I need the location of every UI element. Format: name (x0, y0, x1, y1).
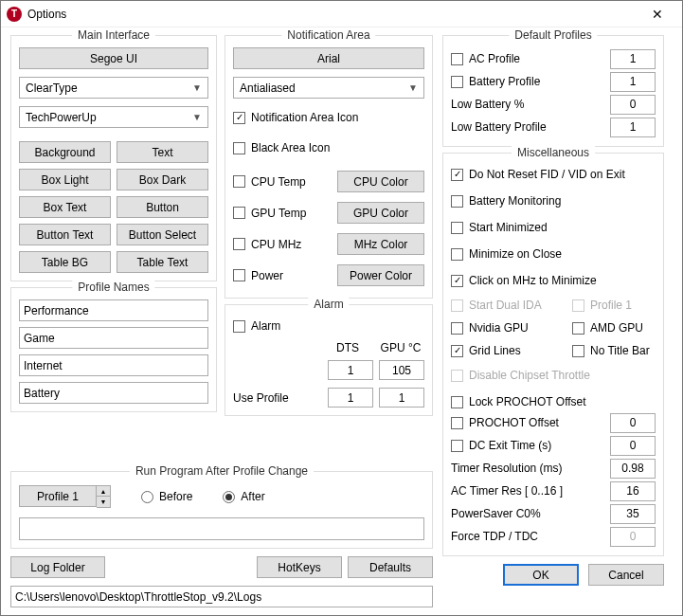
background-button[interactable]: Background (19, 141, 111, 163)
aa-select-value: Antialiased (240, 82, 296, 95)
dual-ida-checkbox: Start Dual IDA (451, 296, 566, 315)
render-select[interactable]: ClearType ▼ (19, 77, 208, 99)
button-select-button[interactable]: Button Select (117, 224, 208, 245)
alarm-checkbox[interactable]: Alarm (233, 317, 424, 335)
dts-label: DTS (324, 341, 371, 354)
misc-legend: Miscellaneous (512, 146, 595, 159)
log-path-input[interactable]: C:\Users\lenovo\Desktop\ThrottleStop_v9.… (10, 586, 433, 607)
gpu-color-button[interactable]: GPU Color (337, 202, 424, 224)
power-checkbox[interactable]: Power (233, 266, 332, 285)
notification-legend: Notification Area (281, 28, 375, 42)
battery-monitoring-checkbox[interactable]: Battery Monitoring (451, 191, 656, 210)
titlebar: T Options ✕ (1, 1, 682, 27)
before-radio[interactable]: Before (141, 490, 192, 503)
cpu-temp-checkbox[interactable]: CPU Temp (233, 172, 332, 191)
profile-spinner[interactable]: Profile 1 ▲▼ (19, 485, 111, 508)
notif-icon-checkbox[interactable]: ✓Notification Area Icon (233, 108, 424, 127)
button-text-button[interactable]: Button Text (19, 224, 111, 245)
dts-input[interactable]: 1 (328, 360, 373, 380)
nvidia-checkbox[interactable]: Nvidia GPU (451, 318, 566, 337)
chevron-down-icon: ▼ (192, 82, 202, 93)
low-battery-profile-label: Low Battery Profile (451, 120, 547, 134)
spinner-down-icon[interactable]: ▼ (97, 497, 110, 507)
gpuc-label: GPU °C (377, 341, 424, 354)
click-mhz-checkbox[interactable]: ✓Click on MHz to Minimize (451, 271, 656, 290)
box-dark-button[interactable]: Box Dark (117, 169, 208, 190)
cancel-button[interactable]: Cancel (588, 564, 664, 586)
main-interface-group: Main Interface Segoe UI ClearType ▼ Tech… (10, 35, 217, 281)
start-minimized-checkbox[interactable]: Start Minimized (451, 218, 656, 237)
profile-2-input[interactable]: Game (19, 327, 208, 349)
font-button[interactable]: Segoe UI (19, 47, 208, 69)
no-titlebar-checkbox[interactable]: No Title Bar (572, 341, 656, 360)
low-battery-profile-input[interactable]: 1 (610, 118, 656, 137)
no-reset-checkbox[interactable]: ✓Do Not Reset FID / VID on Exit (451, 165, 656, 184)
use-profile-2-input[interactable]: 1 (379, 388, 424, 408)
chevron-down-icon: ▼ (192, 112, 202, 122)
cpu-mhz-checkbox[interactable]: CPU MHz (233, 235, 332, 254)
force-tdp-input: 0 (610, 527, 656, 547)
run-program-group: Run Program After Profile Change Profile… (10, 471, 433, 549)
power-color-button[interactable]: Power Color (337, 264, 424, 286)
minimize-close-checkbox[interactable]: Minimize on Close (451, 245, 656, 263)
default-profiles-legend: Default Profiles (509, 28, 597, 42)
ac-profile-input[interactable]: 1 (610, 49, 656, 69)
profile-names-group: Profile Names Performance Game Internet … (10, 287, 217, 412)
misc-group: Miscellaneous ✓Do Not Reset FID / VID on… (442, 153, 664, 556)
main-interface-legend: Main Interface (72, 28, 155, 42)
after-radio[interactable]: After (223, 490, 264, 503)
timer-res-input[interactable]: 0.98 (610, 459, 656, 479)
prochot-offset-checkbox[interactable]: PROCHOT Offset (451, 413, 559, 432)
dc-exit-input[interactable]: 0 (610, 436, 656, 456)
black-area-checkbox[interactable]: Black Area Icon (233, 138, 424, 157)
powersaver-input[interactable]: 35 (610, 504, 656, 524)
chipset-throttle-checkbox: Disable Chipset Throttle (451, 366, 656, 385)
notif-font-button[interactable]: Arial (233, 47, 424, 69)
low-battery-pct-input[interactable]: 0 (610, 95, 656, 115)
cpu-color-button[interactable]: CPU Color (337, 171, 424, 192)
battery-profile-input[interactable]: 1 (610, 72, 656, 92)
box-light-button[interactable]: Box Light (19, 169, 111, 190)
gpu-temp-checkbox[interactable]: GPU Temp (233, 204, 332, 223)
gpuc-input[interactable]: 105 (379, 360, 424, 380)
table-bg-button[interactable]: Table BG (19, 251, 111, 273)
profile-spinner-label: Profile 1 (19, 485, 97, 507)
run-path-input[interactable] (19, 517, 424, 540)
prochot-offset-input[interactable]: 0 (610, 413, 656, 433)
close-icon[interactable]: ✕ (638, 7, 676, 22)
mhz-color-button[interactable]: MHz Color (337, 233, 424, 255)
dc-exit-checkbox[interactable]: DC Exit Time (s) (451, 436, 551, 455)
use-profile-1-input[interactable]: 1 (328, 388, 373, 408)
amd-checkbox[interactable]: AMD GPU (572, 318, 656, 337)
app-icon: T (7, 7, 22, 22)
ac-timer-input[interactable]: 16 (610, 481, 656, 501)
text-button[interactable]: Text (117, 141, 208, 163)
notification-group: Notification Area Arial Antialiased ▼ ✓N… (225, 35, 433, 299)
profile-1-input[interactable]: Performance (19, 299, 208, 321)
hotkeys-button[interactable]: HotKeys (257, 556, 342, 578)
low-battery-pct-label: Low Battery % (451, 98, 524, 111)
defaults-button[interactable]: Defaults (348, 556, 433, 578)
timer-res-label: Timer Resolution (ms) (451, 462, 563, 475)
profile-3-input[interactable]: Internet (19, 354, 208, 376)
table-text-button[interactable]: Table Text (117, 251, 208, 273)
powersaver-label: PowerSaver C0% (451, 507, 541, 520)
battery-profile-checkbox[interactable]: Battery Profile (451, 72, 540, 91)
force-tdp-label: Force TDP / TDC (451, 530, 538, 543)
theme-select[interactable]: TechPowerUp ▼ (19, 106, 208, 128)
profile-4-input[interactable]: Battery (19, 382, 208, 404)
profile1-checkbox: Profile 1 (572, 296, 656, 315)
log-folder-button[interactable]: Log Folder (10, 556, 105, 578)
ac-profile-checkbox[interactable]: AC Profile (451, 49, 520, 68)
profile-names-legend: Profile Names (72, 281, 154, 294)
spinner-up-icon[interactable]: ▲ (97, 486, 110, 497)
ok-button[interactable]: OK (503, 564, 579, 586)
aa-select[interactable]: Antialiased ▼ (233, 77, 424, 99)
grid-lines-checkbox[interactable]: ✓Grid Lines (451, 341, 566, 360)
chevron-down-icon: ▼ (408, 82, 418, 93)
box-text-button[interactable]: Box Text (19, 196, 111, 218)
run-program-legend: Run Program After Profile Change (130, 464, 314, 478)
render-select-value: ClearType (26, 82, 78, 95)
lock-prochot-checkbox[interactable]: Lock PROCHOT Offset (451, 392, 656, 411)
button-button[interactable]: Button (117, 196, 208, 218)
